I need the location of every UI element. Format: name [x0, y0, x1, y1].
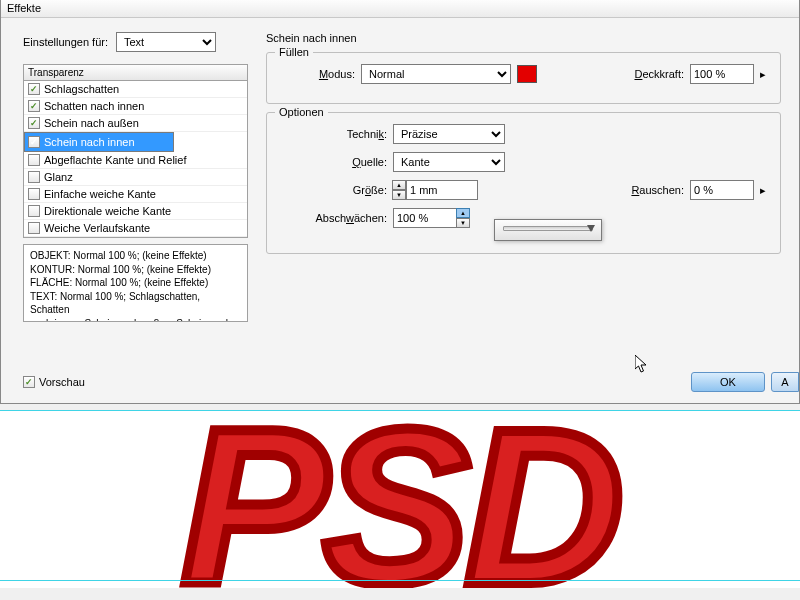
choke-slider-popup[interactable] — [494, 219, 602, 241]
fill-group-label: Füllen — [275, 46, 313, 58]
size-label: Gr — [353, 184, 365, 196]
opacity-input[interactable] — [690, 64, 754, 84]
choke-spinner[interactable]: ▲▼ — [456, 208, 470, 228]
mode-select[interactable]: Normal — [361, 64, 511, 84]
effects-list-item[interactable]: Direktionale weiche Kante — [24, 203, 247, 220]
effects-list-item[interactable]: Schein nach innen — [24, 132, 174, 152]
effects-list-item[interactable]: Schlagschatten — [24, 81, 247, 98]
effects-list-item[interactable]: Glanz — [24, 169, 247, 186]
settings-for-select[interactable]: Text — [116, 32, 216, 52]
guide-line[interactable] — [0, 410, 800, 411]
abort-button[interactable]: A — [771, 372, 799, 392]
options-group-label: Optionen — [275, 106, 328, 118]
technik-select[interactable]: Präzise — [393, 124, 505, 144]
checkbox-icon[interactable] — [28, 83, 40, 95]
dialog-title: Effekte — [1, 0, 799, 18]
list-item-label: Abgeflachte Kante und Relief — [44, 154, 187, 166]
checkbox-icon[interactable] — [28, 100, 40, 112]
size-input[interactable] — [406, 180, 478, 200]
checkbox-icon[interactable] — [28, 188, 40, 200]
checkbox-icon[interactable] — [28, 171, 40, 183]
slider-track[interactable] — [503, 226, 593, 231]
list-item-label: Schatten nach innen — [44, 100, 144, 112]
slider-thumb[interactable] — [587, 225, 595, 232]
list-item-label: Einfache weiche Kante — [44, 188, 156, 200]
list-item-label: Schlagschatten — [44, 83, 119, 95]
preview-checkbox[interactable]: Vorschau — [23, 376, 85, 388]
effects-list-item[interactable]: Abgeflachte Kante und Relief — [24, 152, 247, 169]
noise-arrow-icon[interactable]: ▸ — [760, 184, 766, 197]
color-swatch[interactable] — [517, 65, 537, 83]
settings-for-label: Einstellungen für: — [23, 36, 108, 48]
opacity-label: eckkraft: — [642, 68, 684, 80]
mode-label: odus: — [328, 68, 355, 80]
effects-list-item[interactable]: Schein nach außen — [24, 115, 247, 132]
choke-label: Absch — [315, 212, 346, 224]
choke-input[interactable] — [393, 208, 457, 228]
checkbox-icon[interactable] — [28, 222, 40, 234]
effects-list: Transparenz SchlagschattenSchatten nach … — [23, 64, 248, 238]
panel-heading: Schein nach innen — [266, 32, 781, 44]
opacity-arrow-icon[interactable]: ▸ — [760, 68, 766, 81]
size-spinner[interactable]: ▲▼ — [392, 180, 406, 200]
list-item-label: Direktionale weiche Kante — [44, 205, 171, 217]
list-item-label: Schein nach innen — [44, 136, 135, 148]
effects-list-item[interactable]: Schatten nach innen — [24, 98, 247, 115]
guide-line[interactable] — [0, 580, 800, 581]
quelle-select[interactable]: Kante — [393, 152, 505, 172]
fill-group: Füllen Modus: Normal Deckkraft: ▸ — [266, 52, 781, 104]
preview-label: Vorschau — [39, 376, 85, 388]
effects-list-item[interactable]: Einfache weiche Kante — [24, 186, 247, 203]
technik-label: Techni — [347, 128, 379, 140]
summary-box: OBJEKT: Normal 100 %; (keine Effekte)KON… — [23, 244, 248, 322]
checkbox-icon[interactable] — [28, 205, 40, 217]
noise-label: auschen: — [639, 184, 684, 196]
quelle-label: uelle: — [361, 156, 387, 168]
checkbox-icon[interactable] — [28, 117, 40, 129]
list-item-label: Weiche Verlaufskante — [44, 222, 150, 234]
ok-button[interactable]: OK — [691, 372, 765, 392]
document-canvas[interactable]: PSD — [0, 404, 800, 600]
checkbox-icon — [23, 376, 35, 388]
list-item-label: Schein nach außen — [44, 117, 139, 129]
checkbox-icon[interactable] — [28, 154, 40, 166]
checkbox-icon[interactable] — [28, 136, 40, 148]
list-item-label: Glanz — [44, 171, 73, 183]
effects-dialog: Effekte Einstellungen für: Text Transpar… — [0, 0, 800, 404]
effects-list-item[interactable]: Weiche Verlaufskante — [24, 220, 247, 237]
effects-list-header: Transparenz — [24, 65, 247, 81]
canvas-text: PSD — [181, 410, 618, 588]
noise-input[interactable] — [690, 180, 754, 200]
